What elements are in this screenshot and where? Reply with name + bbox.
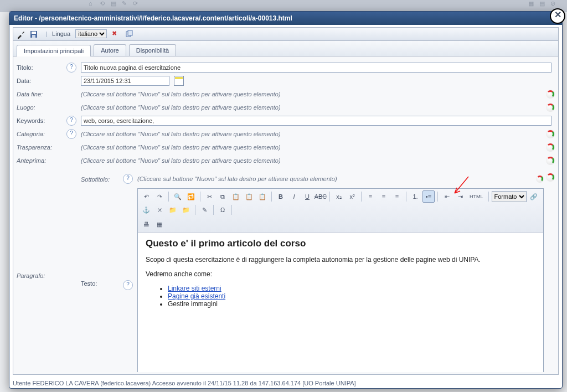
indent-icon[interactable]: ⇥ (454, 190, 466, 203)
tab-bar: Impostazioni principali Autore Disponibi… (13, 41, 558, 56)
undo-icon[interactable]: ↶ (140, 190, 152, 203)
find-icon[interactable]: 🔍 (172, 190, 184, 203)
input-titolo[interactable] (81, 63, 551, 73)
dialog-title: Editor - /persone/tecnico-amministrativi… (9, 12, 562, 25)
label-luogo: Luogo: (17, 104, 62, 111)
save-icon[interactable] (29, 30, 38, 39)
file-browse-icon[interactable]: 📁 (180, 204, 192, 216)
cut-icon[interactable]: ✂ (203, 190, 215, 203)
label-sottotitolo: Sottotitolo: (81, 175, 118, 183)
unordered-list-icon[interactable]: •≡ (422, 190, 435, 203)
content-heading: Questo e' il primo articolo del corso (146, 238, 535, 249)
label-datafine: Data fine: (17, 91, 62, 97)
new-luogo-button[interactable] (546, 103, 555, 112)
status-bar: Utente FEDERICO LA CAVERA (federico.laca… (13, 380, 559, 386)
html-source-button[interactable]: HTML (467, 190, 486, 203)
redo-icon[interactable]: ↷ (153, 190, 166, 203)
help-testo[interactable]: ? (123, 280, 133, 290)
svg-rect-1 (32, 32, 36, 34)
copy-icon[interactable]: ⧉ (217, 190, 229, 203)
align-right-icon[interactable]: ≡ (391, 190, 403, 203)
rte-content[interactable]: Questo e' il primo articolo del corso Sc… (138, 233, 543, 372)
hint-sottotitolo: (Cliccare sul bottone "Nuovo" sul lato d… (137, 176, 536, 182)
format-select[interactable]: Formato (492, 191, 527, 202)
label-data: Data: (17, 78, 62, 84)
outdent-icon[interactable]: ⇤ (441, 190, 453, 203)
label-titolo: Titolo: (17, 64, 62, 71)
input-keywords[interactable] (81, 116, 551, 126)
rich-text-editor: ↶ ↷ 🔍 🔁 ✂ ⧉ 📋 📋 (137, 188, 544, 372)
label-anteprima: Anteprima: (17, 157, 62, 164)
content-li3: Gestire immagini (168, 300, 535, 308)
input-data[interactable] (81, 76, 169, 86)
rte-toolbar: ↶ ↷ 🔍 🔁 ✂ ⧉ 📋 📋 (138, 189, 543, 233)
paste-text-icon[interactable]: 📋 (243, 190, 255, 203)
italic-icon[interactable]: I (288, 190, 300, 203)
special-char-icon[interactable]: Ω (217, 204, 229, 216)
content-p1: Scopo di questa esercitazione è di raggi… (146, 256, 535, 264)
help-categoria[interactable]: ? (66, 129, 76, 139)
link-icon[interactable]: 🔗 (528, 190, 540, 203)
paste-icon[interactable]: 📋 (230, 190, 242, 203)
anchor-icon[interactable]: ⚓ (140, 204, 152, 216)
lang-remove-icon[interactable]: ✖ (112, 30, 121, 39)
label-trasparenza: Trasparenza: (17, 144, 62, 151)
ordered-list-icon[interactable]: 1. (409, 190, 421, 203)
form-area: Titolo: ? Data: ? Data fine: ? (Cliccare… (17, 61, 555, 372)
new-sottotitolo-button[interactable] (536, 175, 544, 183)
label-keywords: Keywords: (17, 117, 62, 124)
tool-wrench-icon[interactable] (17, 30, 25, 39)
lang-copy-icon[interactable] (125, 30, 133, 39)
underline-icon[interactable]: U (301, 190, 313, 203)
help-keywords[interactable]: ? (66, 116, 76, 126)
help-titolo[interactable]: ? (66, 63, 76, 73)
new-paragrafo-button[interactable] (546, 173, 555, 182)
hint-datafine: (Cliccare sul bottone "Nuovo" sul lato d… (81, 91, 546, 97)
tab-main-settings[interactable]: Impostazioni principali (17, 45, 91, 56)
hint-trasparenza: (Cliccare sul bottone "Nuovo" sul lato d… (81, 144, 546, 151)
tab-author[interactable]: Autore (94, 44, 126, 56)
label-paragrafo: Paragrafo: (17, 271, 45, 279)
app-background-toolbar: ⌂⟲▤✎⟳ ▦▤⊘ (0, 0, 567, 12)
hint-luogo: (Cliccare sul bottone "Nuovo" sul lato d… (81, 104, 546, 111)
language-select[interactable]: italiano (75, 29, 107, 38)
label-categoria: Categoria: (17, 131, 62, 137)
print-icon[interactable]: 🖶 (140, 218, 152, 230)
dialog-close-button[interactable]: ✕ (550, 8, 565, 24)
hint-anteprima: (Cliccare sul bottone "Nuovo" sul lato d… (81, 157, 546, 164)
content-link1[interactable]: Linkare siti esterni (168, 285, 221, 292)
replace-icon[interactable]: 🔁 (185, 190, 197, 203)
content-p2: Vedremo anche come: (146, 270, 535, 278)
calendar-icon[interactable] (174, 76, 184, 86)
image-browse-icon[interactable]: 📁 (167, 204, 179, 216)
help-sottotitolo[interactable]: ? (123, 174, 133, 184)
unlink-icon[interactable]: ⤫ (153, 204, 166, 216)
new-trasparenza-button[interactable] (546, 143, 555, 152)
strike-icon[interactable]: ABC (315, 190, 327, 203)
editor-toolbar: | Lingua italiano ✖ (13, 28, 558, 41)
table-icon[interactable]: ▦ (153, 218, 166, 230)
tab-availability[interactable]: Disponibilità (129, 44, 176, 56)
align-left-icon[interactable]: ≡ (364, 190, 377, 203)
bold-icon[interactable]: B (275, 190, 287, 203)
language-label: Lingua (52, 30, 70, 37)
edit-icon[interactable]: ✎ (198, 204, 210, 216)
editor-dialog: ✕ Editor - /persone/tecnico-amministrati… (9, 11, 563, 389)
new-datafine-button[interactable] (546, 90, 555, 99)
new-anteprima-button[interactable] (546, 156, 555, 165)
svg-rect-4 (128, 30, 132, 35)
paste-word-icon[interactable]: 📋 (256, 190, 269, 203)
label-testo: Testo: (81, 186, 118, 287)
superscript-icon[interactable]: x² (346, 190, 358, 203)
svg-rect-2 (32, 35, 35, 38)
content-link2[interactable]: Pagine già esistenti (168, 292, 225, 300)
align-center-icon[interactable]: ≡ (378, 190, 390, 203)
hint-categoria: (Cliccare sul bottone "Nuovo" sul lato d… (81, 131, 546, 137)
new-categoria-button[interactable] (546, 130, 555, 138)
subscript-icon[interactable]: x₂ (333, 190, 345, 203)
